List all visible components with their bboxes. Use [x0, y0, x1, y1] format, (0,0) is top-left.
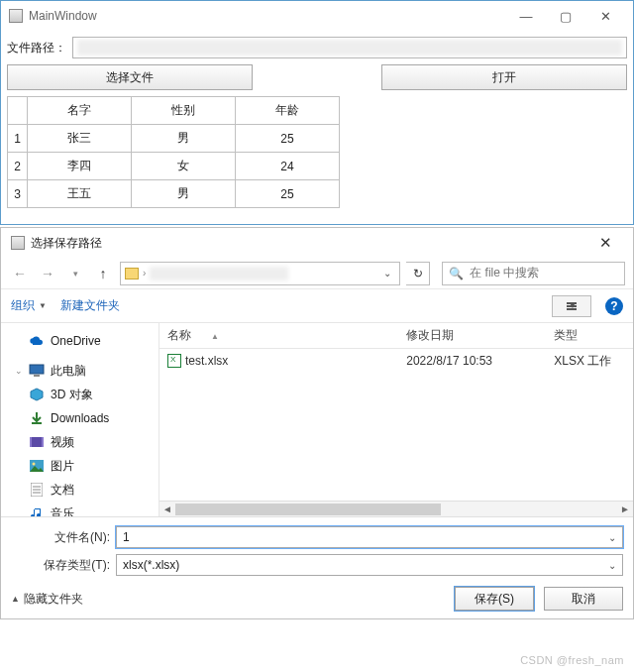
svg-point-7	[33, 463, 36, 466]
scroll-right-icon[interactable]: ►	[617, 504, 633, 514]
tree-item-downloads[interactable]: Downloads	[1, 406, 158, 430]
cube-icon	[29, 387, 45, 402]
nav-recent-button[interactable]: ▾	[64, 263, 86, 284]
dialog-icon	[11, 236, 25, 250]
minimize-button[interactable]: —	[506, 2, 546, 30]
svg-marker-2	[31, 389, 43, 400]
chevron-up-icon: ▲	[11, 594, 20, 604]
chevron-down-icon: ▼	[39, 301, 47, 310]
nav-up-button[interactable]: ↑	[92, 263, 114, 284]
xlsx-file-icon	[167, 354, 181, 368]
maximize-button[interactable]: ▢	[546, 2, 585, 30]
svg-rect-4	[30, 437, 32, 447]
col-date[interactable]: 修改日期	[398, 327, 546, 344]
svg-rect-0	[30, 365, 44, 374]
cloud-icon	[29, 333, 45, 349]
main-titlebar: MainWindow — ▢ ✕	[1, 1, 633, 31]
tree-item-music[interactable]: 音乐	[1, 502, 158, 516]
document-icon	[29, 482, 45, 498]
chevron-down-icon: ▼	[569, 301, 577, 310]
col-header-age[interactable]: 年龄	[236, 97, 340, 125]
table-row[interactable]: 2 李四 女 24	[8, 153, 340, 180]
nav-row: ← → ▾ ↑ › ⌄ ↻ 🔍 在 file 中搜索	[1, 258, 633, 289]
col-header-gender[interactable]: 性别	[132, 97, 236, 125]
table-row[interactable]: 3 王五 男 25	[8, 180, 340, 208]
tree-item-documents[interactable]: 文档	[1, 478, 158, 502]
chevron-down-icon[interactable]: ⌄	[608, 560, 616, 571]
table-row[interactable]: 1 张三 男 25	[8, 125, 340, 153]
row-header: 1	[8, 125, 28, 153]
filetype-label: 保存类型(T):	[11, 557, 110, 574]
folder-tree: OneDrive ⌄ 此电脑 3D 对象 Downloads 视频	[1, 323, 159, 516]
nav-back-button[interactable]: ←	[9, 263, 31, 284]
hide-folders-toggle[interactable]: ▲ 隐藏文件夹	[11, 591, 83, 608]
svg-rect-5	[42, 437, 44, 447]
filename-label: 文件名(N):	[11, 529, 110, 546]
dialog-titlebar: 选择保存路径 ✕	[1, 228, 633, 258]
filetype-select[interactable]: xlsx(*.xlsx) ⌄	[116, 554, 623, 576]
watermark: CSDN @fresh_nam	[520, 654, 624, 666]
app-icon	[9, 9, 23, 23]
music-icon	[29, 505, 45, 516]
window-controls: — ▢ ✕	[506, 2, 625, 30]
file-row[interactable]: test.xlsx 2022/8/17 10:53 XLSX 工作	[159, 349, 633, 373]
col-header-name[interactable]: 名字	[28, 97, 132, 125]
toolbar-row: 组织 ▼ 新建文件夹 ▼ ?	[1, 289, 633, 323]
help-button[interactable]: ?	[605, 297, 623, 315]
save-dialog: 选择保存路径 ✕ ← → ▾ ↑ › ⌄ ↻ 🔍 在 file 中搜索 组织 ▼…	[0, 227, 634, 619]
select-file-button[interactable]: 选择文件	[7, 64, 253, 90]
cancel-button[interactable]: 取消	[544, 587, 623, 611]
filename-row: 文件名(N): 1 ⌄	[1, 523, 633, 551]
tree-thispc[interactable]: ⌄ 此电脑	[1, 359, 158, 383]
data-table-wrap: 名字 性别 年龄 1 张三 男 25 2 李四 女 24 3 王五 男 25	[1, 90, 633, 224]
save-button[interactable]: 保存(S)	[455, 587, 534, 611]
download-icon	[29, 410, 45, 426]
col-name[interactable]: 名称▲	[159, 327, 398, 344]
dialog-footer: ▲ 隐藏文件夹 保存(S) 取消	[1, 579, 633, 618]
sort-asc-icon: ▲	[211, 332, 219, 341]
view-mode-button[interactable]: ▼	[552, 295, 591, 317]
search-input[interactable]: 🔍 在 file 中搜索	[442, 262, 625, 285]
dialog-title: 选择保存路径	[31, 235, 102, 252]
window-title: MainWindow	[29, 9, 97, 23]
tree-item-videos[interactable]: 视频	[1, 430, 158, 454]
open-button[interactable]: 打开	[381, 64, 627, 90]
search-placeholder: 在 file 中搜索	[470, 265, 539, 281]
corner-header	[8, 97, 28, 125]
main-buttons-row: 选择文件 打开	[1, 64, 633, 90]
tree-item-3d[interactable]: 3D 对象	[1, 383, 158, 406]
file-path-row: 文件路径：	[1, 31, 633, 64]
close-button[interactable]: ✕	[585, 2, 625, 30]
filename-input[interactable]: 1 ⌄	[116, 526, 623, 548]
breadcrumb-dropdown[interactable]: ⌄	[379, 268, 395, 279]
refresh-button[interactable]: ↻	[406, 262, 430, 285]
row-header: 3	[8, 180, 28, 208]
horizontal-scrollbar[interactable]: ◄ ►	[159, 501, 633, 516]
file-columns-header: 名称▲ 修改日期 类型	[159, 323, 633, 349]
scroll-thumb[interactable]	[175, 504, 441, 515]
dialog-body: OneDrive ⌄ 此电脑 3D 对象 Downloads 视频	[1, 323, 633, 517]
scroll-left-icon[interactable]: ◄	[159, 504, 175, 514]
tree-onedrive[interactable]: OneDrive	[1, 329, 158, 353]
file-path-input[interactable]	[72, 37, 627, 58]
data-table: 名字 性别 年龄 1 张三 男 25 2 李四 女 24 3 王五 男 25	[7, 96, 340, 208]
chevron-down-icon[interactable]: ⌄	[608, 532, 616, 543]
organize-menu[interactable]: 组织	[11, 297, 35, 314]
svg-rect-1	[34, 375, 40, 377]
folder-icon	[125, 268, 139, 280]
filetype-row: 保存类型(T): xlsx(*.xlsx) ⌄	[1, 551, 633, 579]
breadcrumb[interactable]: › ⌄	[120, 262, 400, 285]
col-type[interactable]: 类型	[546, 327, 633, 344]
file-path-label: 文件路径：	[7, 40, 66, 56]
chevron-down-icon: ⌄	[15, 366, 23, 376]
nav-forward-button: →	[37, 263, 58, 284]
new-folder-button[interactable]: 新建文件夹	[60, 297, 120, 314]
tree-item-pictures[interactable]: 图片	[1, 454, 158, 478]
files-pane: 名称▲ 修改日期 类型 test.xlsx 2022/8/17 10:53 XL…	[159, 323, 633, 516]
chevron-right-icon: ›	[143, 268, 146, 279]
breadcrumb-path	[150, 267, 288, 280]
dialog-close-button[interactable]: ✕	[587, 234, 623, 252]
row-header: 2	[8, 153, 28, 180]
svg-rect-3	[30, 437, 44, 447]
search-icon: 🔍	[449, 267, 464, 280]
